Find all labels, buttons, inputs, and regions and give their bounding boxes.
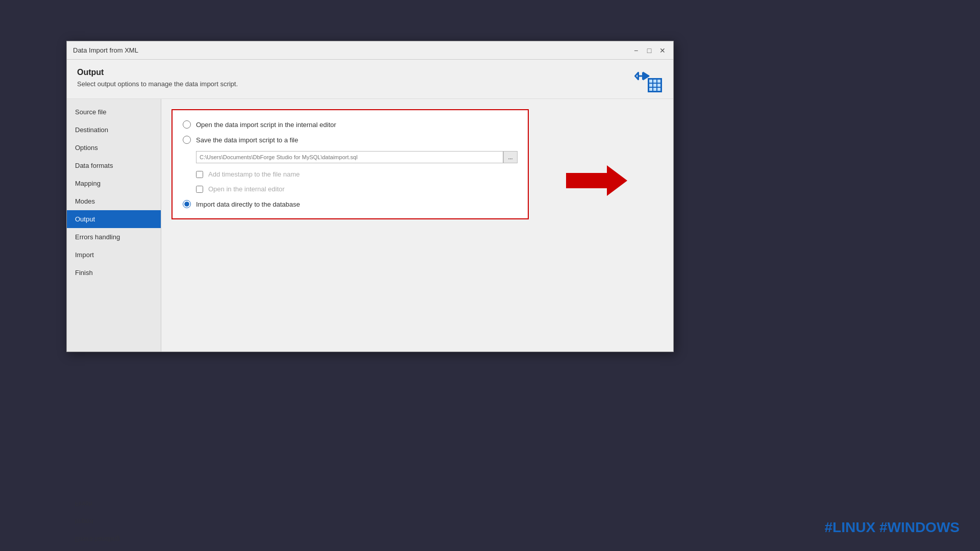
label-open-editor: Open the data import script in the inter…	[196, 121, 336, 129]
section-description: Select output options to manage the data…	[77, 80, 238, 88]
sidebar: Source file Destination Options Data for…	[67, 99, 161, 352]
main-content: Open the data import script in the inter…	[161, 99, 673, 352]
red-arrow	[566, 165, 627, 198]
file-path-input[interactable]	[196, 151, 503, 163]
sidebar-item-source-file[interactable]: Source file	[67, 103, 161, 121]
sidebar-item-options[interactable]: Options	[67, 139, 161, 157]
title-bar-controls: − □ ✕	[631, 46, 667, 55]
sidebar-item-destination[interactable]: Destination	[67, 121, 161, 139]
minimize-button[interactable]: −	[631, 46, 641, 55]
reflection-errors: Errors handling	[66, 531, 168, 548]
header-text: Output Select output options to manage t…	[77, 68, 238, 88]
radio-import-direct[interactable]	[183, 200, 191, 208]
option-row-save-file: Save the data import script to a file	[183, 136, 518, 144]
option-row-open-internal: Open in the internal editor	[183, 185, 518, 193]
logo-grid-icon	[648, 78, 662, 92]
options-box: Open the data import script in the inter…	[172, 109, 529, 219]
sidebar-item-mapping[interactable]: Mapping	[67, 174, 161, 192]
option-row-open-editor: Open the data import script in the inter…	[183, 120, 518, 129]
maximize-button[interactable]: □	[645, 46, 654, 55]
dialog-window: Data Import from XML − □ ✕ Output Select…	[66, 41, 674, 352]
sidebar-item-errors-handling[interactable]: Errors handling	[67, 228, 161, 246]
dialog-header: Output Select output options to manage t…	[67, 60, 673, 99]
reflection-area: Finish Import Errors handling	[66, 495, 168, 551]
dialog-body: Source file Destination Options Data for…	[67, 99, 673, 352]
svg-marker-0	[566, 165, 627, 196]
file-path-row: ...	[196, 151, 518, 163]
radio-open-editor[interactable]	[183, 120, 191, 129]
label-save-file: Save the data import script to a file	[196, 136, 298, 144]
checkbox-open-internal[interactable]	[196, 186, 203, 193]
reflection-finish: Finish	[66, 495, 168, 513]
option-row-timestamp: Add timestamp to the file name	[183, 170, 518, 178]
section-title: Output	[77, 68, 238, 77]
checkbox-timestamp[interactable]	[196, 171, 203, 178]
hashtags: #LINUX #WINDOWS	[825, 519, 960, 536]
label-import-direct: Import data directly to the database	[196, 201, 300, 208]
sidebar-item-modes[interactable]: Modes	[67, 192, 161, 210]
label-open-internal: Open in the internal editor	[208, 185, 285, 193]
sidebar-item-data-formats[interactable]: Data formats	[67, 157, 161, 174]
option-row-import-direct: Import data directly to the database	[183, 200, 518, 208]
sidebar-item-import[interactable]: Import	[67, 246, 161, 264]
label-timestamp: Add timestamp to the file name	[208, 170, 300, 178]
dialog-logo	[632, 68, 663, 93]
sidebar-item-output[interactable]: Output	[67, 210, 161, 228]
dialog-title: Data Import from XML	[73, 46, 138, 54]
sidebar-item-finish[interactable]: Finish	[67, 264, 161, 282]
reflection-import: Import	[66, 513, 168, 531]
title-bar: Data Import from XML − □ ✕	[67, 41, 673, 60]
radio-save-file[interactable]	[183, 136, 191, 144]
close-button[interactable]: ✕	[658, 46, 667, 55]
file-browse-button[interactable]: ...	[503, 151, 518, 163]
